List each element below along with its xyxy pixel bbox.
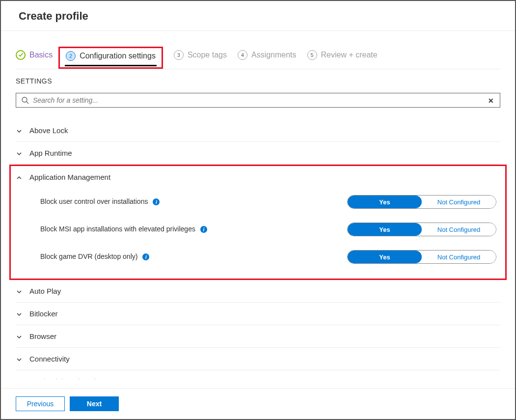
tab-label: Assignments	[251, 51, 297, 59]
category-label: Auto Play	[29, 287, 61, 295]
tab-scope-tags[interactable]: 3 Scope tags	[174, 50, 227, 66]
chevron-down-icon	[16, 128, 23, 135]
wizard-footer: Previous Next	[1, 388, 515, 419]
category-connectivity[interactable]: Connectivity	[16, 348, 500, 370]
toggle-block-user-control[interactable]: Yes Not Configured	[347, 195, 496, 209]
category-application-management[interactable]: Application Management	[16, 166, 500, 188]
svg-line-1	[27, 102, 28, 104]
category-credentials-delegation[interactable]: Credentials Delegation	[16, 370, 500, 379]
tab-assignments[interactable]: 4 Assignments	[238, 50, 297, 66]
setting-label: Block game DVR (desktop only)	[40, 252, 137, 262]
previous-button[interactable]: Previous	[16, 396, 65, 411]
category-auto-play[interactable]: Auto Play	[16, 280, 500, 303]
category-browser[interactable]: Browser	[16, 325, 500, 348]
wizard-tabs: Basics 2 Configuration settings 3 Scope …	[16, 31, 500, 69]
chevron-down-icon	[16, 311, 23, 318]
chevron-up-icon	[16, 174, 23, 181]
toggle-yes[interactable]: Yes	[348, 223, 422, 236]
setting-label: Block MSI app installations with elevate…	[40, 224, 195, 234]
check-icon	[16, 50, 26, 60]
toggle-not-configured[interactable]: Not Configured	[422, 251, 496, 263]
info-icon[interactable]: i	[200, 226, 207, 233]
clear-icon[interactable]: ✕	[488, 97, 495, 104]
chevron-down-icon	[16, 379, 23, 380]
toggle-block-game-dvr[interactable]: Yes Not Configured	[347, 250, 496, 264]
chevron-down-icon	[16, 288, 23, 295]
category-label: Connectivity	[29, 355, 70, 363]
category-label: Above Lock	[29, 126, 68, 135]
next-button[interactable]: Next	[70, 396, 119, 411]
toggle-not-configured[interactable]: Not Configured	[422, 196, 496, 208]
tab-highlight: 2 Configuration settings	[58, 47, 163, 69]
chevron-down-icon	[16, 334, 23, 340]
svg-point-0	[22, 97, 27, 102]
search-input[interactable]	[33, 96, 484, 104]
category-label: App Runtime	[29, 149, 72, 157]
setting-row: Block MSI app installations with elevate…	[16, 216, 500, 243]
tab-configuration-settings[interactable]: 2 Configuration settings	[66, 48, 156, 65]
tab-label: Configuration settings	[80, 52, 156, 60]
info-icon[interactable]: i	[153, 198, 160, 205]
search-icon	[21, 96, 29, 104]
toggle-yes[interactable]: Yes	[348, 196, 422, 208]
toggle-block-msi[interactable]: Yes Not Configured	[347, 223, 496, 236]
category-label: Application Management	[29, 173, 110, 181]
category-label: Credentials Delegation	[29, 377, 104, 379]
tab-label: Scope tags	[188, 51, 227, 59]
tab-label: Basics	[29, 51, 53, 59]
search-box[interactable]: ✕	[16, 93, 500, 108]
category-above-lock[interactable]: Above Lock	[16, 119, 500, 142]
tab-label: Review + create	[321, 51, 378, 59]
setting-row: Block user control over installations i …	[16, 188, 500, 216]
setting-label: Block user control over installations	[40, 197, 148, 207]
toggle-not-configured[interactable]: Not Configured	[422, 223, 496, 236]
step-badge: 3	[174, 50, 184, 60]
page-title: Create profile	[19, 10, 500, 23]
step-badge: 5	[307, 50, 317, 60]
category-label: Browser	[29, 332, 56, 340]
tab-basics[interactable]: Basics	[16, 50, 53, 66]
tab-review-create[interactable]: 5 Review + create	[307, 50, 378, 66]
section-label: SETTINGS	[16, 77, 500, 85]
chevron-down-icon	[16, 150, 23, 157]
category-app-runtime[interactable]: App Runtime	[16, 142, 500, 165]
setting-row: Block game DVR (desktop only) i Yes Not …	[16, 243, 500, 271]
chevron-down-icon	[16, 356, 23, 363]
step-badge: 4	[238, 50, 247, 60]
toggle-yes[interactable]: Yes	[348, 251, 422, 263]
category-highlight: Application Management Block user contro…	[9, 165, 507, 280]
info-icon[interactable]: i	[142, 253, 149, 260]
step-badge: 2	[66, 51, 76, 61]
category-label: Bitlocker	[29, 309, 58, 318]
category-bitlocker[interactable]: Bitlocker	[16, 303, 500, 325]
